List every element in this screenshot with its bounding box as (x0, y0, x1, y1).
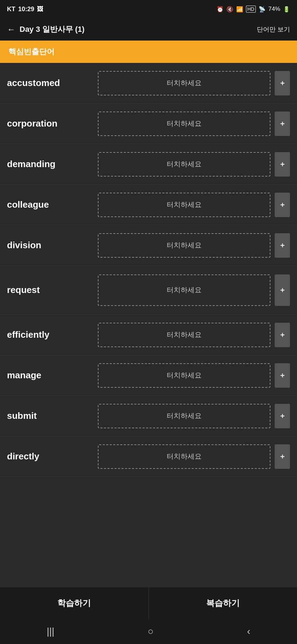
plus-icon: ＋ (279, 371, 286, 380)
bookmark-button[interactable]: ＋ (275, 363, 290, 388)
bookmark-button[interactable]: ＋ (275, 193, 290, 217)
word-row: demanding 터치하세요 ＋ (0, 144, 297, 185)
word-row: colleague 터치하세요 ＋ (0, 185, 297, 225)
carrier-label: KT (7, 6, 15, 13)
gallery-icon: 🖼 (37, 6, 43, 13)
touch-box[interactable]: 터치하세요 (98, 112, 270, 136)
alarm-icon: ⏰ (217, 6, 224, 13)
touch-hint: 터치하세요 (167, 330, 202, 339)
page-title: Day 3 일반사무 (1) (20, 24, 85, 35)
touch-hint: 터치하세요 (167, 411, 202, 421)
word-row: directly 터치하세요 ＋ (0, 436, 297, 477)
bookmark-button[interactable]: ＋ (275, 274, 290, 306)
touch-hint: 터치하세요 (167, 371, 202, 380)
word-row: division 터치하세요 ＋ (0, 225, 297, 266)
review-button[interactable]: 복습하기 (149, 587, 297, 619)
word-label: efficiently (7, 329, 98, 340)
plus-icon: ＋ (279, 200, 286, 209)
word-list: accustomed 터치하세요 ＋ corporation 터치하세요 ＋ d… (0, 63, 297, 587)
word-label: accustomed (7, 78, 98, 88)
plus-icon: ＋ (279, 159, 286, 169)
study-button[interactable]: 학습하기 (0, 587, 149, 619)
word-row: manage 터치하세요 ＋ (0, 355, 297, 396)
signal-icon: 📡 (259, 6, 266, 13)
word-label: submit (7, 410, 98, 421)
word-label: directly (7, 451, 98, 462)
word-row: request 터치하세요 ＋ (0, 266, 297, 315)
word-label: colleague (7, 199, 98, 210)
bookmark-button[interactable]: ＋ (275, 404, 290, 428)
status-bar: KT 10:29 🖼 ⏰ 🔇 📶 HD 📡 74% 🔋 (0, 0, 297, 18)
word-row: accustomed 터치하세요 ＋ (0, 63, 297, 103)
touch-box[interactable]: 터치하세요 (98, 404, 270, 428)
touch-hint: 터치하세요 (167, 159, 202, 169)
touch-hint: 터치하세요 (167, 119, 202, 128)
touch-box[interactable]: 터치하세요 (98, 363, 270, 388)
bookmark-button[interactable]: ＋ (275, 444, 290, 469)
plus-icon: ＋ (279, 119, 286, 128)
touch-hint: 터치하세요 (167, 285, 202, 295)
touch-hint: 터치하세요 (167, 78, 202, 88)
touch-box[interactable]: 터치하세요 (98, 274, 270, 306)
back-nav-icon[interactable]: ‹ (247, 626, 250, 637)
touch-box[interactable]: 터치하세요 (98, 323, 270, 347)
recent-apps-icon[interactable]: ||| (47, 626, 55, 637)
touch-box[interactable]: 터치하세요 (98, 233, 270, 258)
bookmark-button[interactable]: ＋ (275, 323, 290, 347)
word-row: efficiently 터치하세요 ＋ (0, 315, 297, 355)
plus-icon: ＋ (279, 285, 286, 295)
bottom-action-bar: 학습하기 복습하기 (0, 587, 297, 619)
word-row: corporation 터치하세요 ＋ (0, 103, 297, 144)
plus-icon: ＋ (279, 330, 286, 339)
home-icon[interactable]: ○ (148, 626, 154, 637)
bookmark-button[interactable]: ＋ (275, 112, 290, 136)
status-right: ⏰ 🔇 📶 HD 📡 74% 🔋 (217, 6, 290, 13)
word-label: demanding (7, 159, 98, 170)
touch-hint: 터치하세요 (167, 241, 202, 250)
bookmark-button[interactable]: ＋ (275, 233, 290, 258)
plus-icon: ＋ (279, 241, 286, 250)
plus-icon: ＋ (279, 78, 286, 88)
battery-label: 74% (268, 6, 280, 13)
mute-icon: 🔇 (226, 6, 233, 13)
nav-left: ← Day 3 일반사무 (1) (7, 24, 85, 35)
words-only-button[interactable]: 단어만 보기 (257, 25, 290, 34)
top-nav: ← Day 3 일반사무 (1) 단어만 보기 (0, 18, 297, 41)
touch-box[interactable]: 터치하세요 (98, 444, 270, 469)
word-label: corporation (7, 118, 98, 129)
touch-box[interactable]: 터치하세요 (98, 71, 270, 95)
word-label: division (7, 240, 98, 251)
section-header-label: 핵심빈출단어 (8, 46, 55, 57)
battery-icon: 🔋 (283, 6, 290, 13)
touch-box[interactable]: 터치하세요 (98, 152, 270, 177)
plus-icon: ＋ (279, 452, 286, 461)
bookmark-button[interactable]: ＋ (275, 152, 290, 177)
touch-hint: 터치하세요 (167, 200, 202, 209)
word-row: submit 터치하세요 ＋ (0, 396, 297, 436)
back-button[interactable]: ← (7, 24, 15, 34)
wifi-icon: 📶 (236, 6, 243, 13)
nav-bottom: ||| ○ ‹ (0, 619, 297, 644)
touch-hint: 터치하세요 (167, 452, 202, 461)
word-label: request (7, 285, 98, 295)
word-label: manage (7, 370, 98, 381)
status-left: KT 10:29 🖼 (7, 6, 43, 13)
time-label: 10:29 (18, 6, 34, 13)
touch-box[interactable]: 터치하세요 (98, 193, 270, 217)
section-header: 핵심빈출단어 (0, 41, 297, 63)
bookmark-button[interactable]: ＋ (275, 71, 290, 95)
plus-icon: ＋ (279, 411, 286, 421)
hd-icon: HD (246, 6, 256, 13)
